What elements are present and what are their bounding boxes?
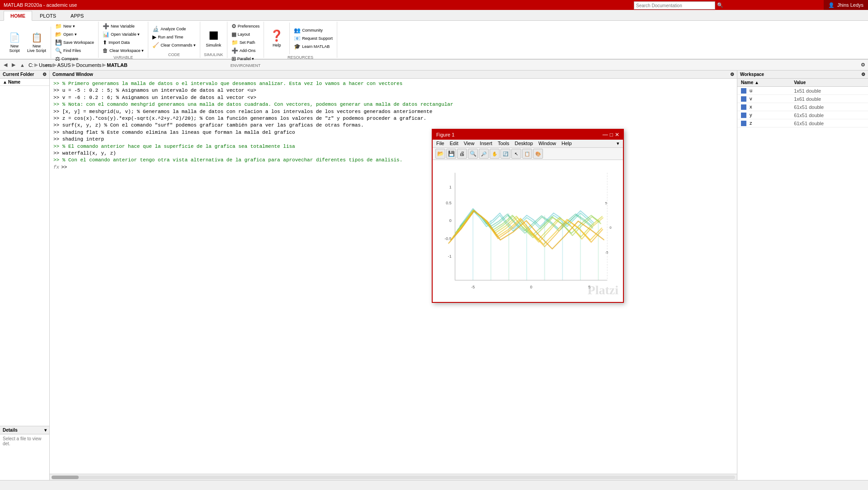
fig-print-btn[interactable]: 🖨	[457, 149, 467, 159]
up-button[interactable]: ▲	[19, 62, 26, 68]
scroll-track[interactable]	[52, 476, 735, 479]
command-window-settings-icon[interactable]: ⚙	[730, 72, 734, 77]
new-script-button[interactable]: 📄 NewScript	[5, 31, 24, 54]
workspace-variable-row[interactable]: z 61x51 double	[737, 119, 868, 127]
open-variable-icon: 📊	[103, 31, 109, 38]
find-files-button[interactable]: 🔍 Find Files	[54, 47, 95, 54]
community-label: Community	[302, 28, 323, 33]
learn-matlab-button[interactable]: 🎓 Learn MATLAB	[292, 43, 334, 50]
command-window-content[interactable]: >> % Primero generamos la malla de datos…	[50, 79, 737, 474]
tab-apps[interactable]: APPS	[64, 11, 90, 20]
path-users[interactable]: Users	[39, 62, 52, 68]
ribbon-toolbar: 📄 NewScript 📋 NewLive Script 📁 New ▾ 📂 O…	[0, 21, 868, 60]
forward-button[interactable]: ▶	[11, 62, 16, 68]
fig-rotate-btn[interactable]: 🔄	[500, 149, 510, 159]
path-settings-icon[interactable]: ⚙	[861, 62, 865, 68]
figure-minimize-btn[interactable]: —	[603, 132, 608, 138]
new-script-icon: 📄	[9, 32, 20, 43]
run-time-button[interactable]: ▶ Run and Time	[151, 33, 197, 41]
path-matlab[interactable]: MATLAB	[107, 62, 127, 68]
figure-menu-view[interactable]: View	[464, 141, 475, 146]
svg-text:0: 0	[530, 285, 532, 289]
scroll-thumb[interactable]	[52, 476, 79, 479]
open-button[interactable]: 📂 Open ▾	[54, 31, 95, 38]
back-button[interactable]: ◀	[3, 62, 8, 68]
clear-commands-button[interactable]: 🧹 Clear Commands ▾	[151, 42, 197, 49]
command-line: >> u = -5 : 0.2 : 5; % Asignamos un inte…	[53, 87, 733, 94]
figure-menu-edit[interactable]: Edit	[450, 141, 458, 146]
current-folder-settings-icon[interactable]: ⚙	[42, 72, 47, 77]
open-label: Open ▾	[63, 32, 77, 37]
workspace-col-name[interactable]: Name ▲	[737, 79, 790, 87]
fig-legend-btn[interactable]: 📋	[522, 149, 532, 159]
new-live-script-button[interactable]: 📋 NewLive Script	[25, 31, 48, 54]
figure-plot: 1 0.5 0 -0.5 -1	[433, 160, 623, 302]
new-dropdown-button[interactable]: 📁 New ▾	[54, 23, 95, 30]
figure-menu-desktop[interactable]: Desktop	[515, 141, 533, 146]
fig-cursor-btn[interactable]: ↖	[511, 149, 521, 159]
new-variable-button[interactable]: ➕ New Variable	[101, 23, 145, 30]
workspace-var-name: v	[737, 95, 790, 103]
parallel-label: Parallel ▾	[237, 57, 255, 61]
open-variable-button[interactable]: 📊 Open Variable ▾	[101, 31, 145, 38]
workspace-table: Name ▲ Value u 1x51 double v 1x61 double…	[737, 79, 868, 127]
workspace-var-value: 1x51 double	[790, 87, 868, 95]
workspace-variable-row[interactable]: y 61x51 double	[737, 111, 868, 119]
request-support-button[interactable]: 📧 Request Support	[292, 35, 334, 42]
simulink-button[interactable]: ◼ Simulink	[203, 26, 223, 48]
workspace-settings-icon[interactable]: ⚙	[861, 72, 865, 77]
separator2	[289, 23, 290, 54]
env-small-buttons: ⚙ Preferences ▦ Layout 📁 Set Path ➕ Add-…	[230, 23, 261, 62]
analyze-code-label: Analyze Code	[160, 27, 186, 31]
analyze-code-button[interactable]: 🔬 Analyze Code	[151, 25, 197, 33]
path-documents[interactable]: Documents	[76, 62, 102, 68]
help-button[interactable]: ❓ Help	[267, 28, 287, 48]
horizontal-scrollbar[interactable]	[50, 474, 737, 480]
workspace-var-value: 61x51 double	[790, 119, 868, 127]
community-button[interactable]: 👥 Community	[292, 27, 334, 34]
workspace-variable-row[interactable]: v 1x61 double	[737, 95, 868, 103]
set-path-button[interactable]: 📁 Set Path	[230, 39, 261, 46]
search-icon[interactable]: 🔍	[717, 2, 723, 8]
svg-text:-5: -5	[471, 285, 475, 289]
path-asus[interactable]: ASUS	[57, 62, 71, 68]
figure-window-controls[interactable]: — □ ✕	[603, 132, 619, 138]
details-chevron[interactable]: ▾	[44, 428, 47, 433]
environment-buttons: ⚙ Preferences ▦ Layout 📁 Set Path ➕ Add-…	[230, 23, 261, 62]
preferences-button[interactable]: ⚙ Preferences	[230, 23, 261, 30]
figure-menu-expand[interactable]: ▾	[617, 141, 619, 146]
figure-close-btn[interactable]: ✕	[615, 132, 619, 138]
compare-button[interactable]: ⚖ Compare	[54, 55, 95, 62]
fig-zoom-in-btn[interactable]: 🔍	[468, 149, 478, 159]
fig-colorbar-btn[interactable]: 🎨	[533, 149, 543, 159]
ribbon-group-resources: ❓ Help 👥 Community 📧 Request Support 🎓 L…	[264, 22, 337, 58]
fig-save-btn[interactable]: 💾	[446, 149, 456, 159]
tab-plots[interactable]: PLOTS	[33, 11, 63, 20]
figure-menu-file[interactable]: File	[436, 141, 444, 146]
figure-menu-window[interactable]: Window	[538, 141, 556, 146]
search-documentation-input[interactable]	[634, 1, 715, 9]
import-data-icon: ⬆	[103, 39, 107, 46]
user-name: Jhins Ledys	[837, 2, 863, 8]
figure-menu-help[interactable]: Help	[561, 141, 572, 146]
save-workspace-button[interactable]: 💾 Save Workspace	[54, 39, 95, 46]
workspace-variable-row[interactable]: u 1x51 double	[737, 87, 868, 95]
command-window-header: Command Window ⚙	[50, 71, 737, 79]
tab-home[interactable]: HOME	[4, 11, 32, 21]
figure-maximize-btn[interactable]: □	[610, 132, 613, 138]
fig-pan-btn[interactable]: ✋	[490, 149, 500, 159]
figure-menu-tools[interactable]: Tools	[498, 141, 509, 146]
workspace-variable-row[interactable]: x 61x51 double	[737, 103, 868, 111]
fig-open-btn[interactable]: 📂	[435, 149, 445, 159]
parallel-button[interactable]: ⊞ Parallel ▾	[230, 55, 261, 62]
add-ons-button[interactable]: ➕ Add-Ons	[230, 47, 261, 54]
clear-workspace-button[interactable]: 🗑 Clear Workspace ▾	[101, 47, 145, 54]
layout-button[interactable]: ▦ Layout	[230, 31, 261, 38]
compare-label: Compare	[61, 57, 78, 61]
path-c[interactable]: C:	[28, 62, 33, 68]
folder-col-name: Name	[8, 80, 20, 85]
folder-col-header[interactable]: ▲ Name	[0, 79, 49, 86]
fig-zoom-out-btn[interactable]: 🔎	[479, 149, 489, 159]
figure-menu-insert[interactable]: Insert	[480, 141, 492, 146]
import-data-button[interactable]: ⬆ Import Data	[101, 39, 145, 46]
